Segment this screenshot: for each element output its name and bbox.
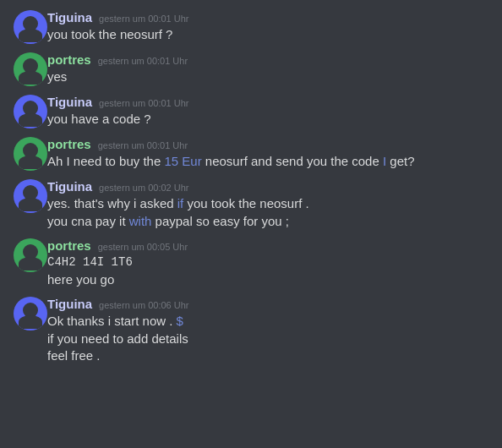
username: portres bbox=[47, 238, 91, 253]
message-content: portres gestern um 00:01 Uhr yes bbox=[47, 52, 488, 86]
avatar bbox=[14, 297, 47, 331]
message-content: Tiguina gestern um 00:01 Uhr you took th… bbox=[47, 10, 488, 44]
avatar bbox=[14, 10, 47, 44]
timestamp: gestern um 00:05 Uhr bbox=[98, 242, 188, 252]
message-text: you took the neosurf ? bbox=[47, 26, 488, 44]
message-group: portres gestern um 00:01 Uhr Ah I need t… bbox=[0, 134, 502, 174]
username: Tiguina bbox=[47, 95, 92, 109]
message-header: Tiguina gestern um 00:02 Uhr bbox=[47, 179, 488, 194]
username: Tiguina bbox=[47, 179, 92, 194]
message-content: portres gestern um 00:05 Uhr C4H2 14I 1T… bbox=[47, 238, 488, 288]
username: portres bbox=[47, 137, 91, 151]
chat-container: Tiguina gestern um 00:01 Uhr you took th… bbox=[0, 0, 502, 377]
message-text: Ok thanks i start now . $ bbox=[47, 313, 488, 331]
timestamp: gestern um 00:02 Uhr bbox=[99, 183, 188, 193]
message-text: if you need to add details bbox=[47, 331, 488, 348]
username: Tiguina bbox=[47, 10, 92, 25]
message-header: portres gestern um 00:05 Uhr bbox=[47, 238, 488, 253]
avatar bbox=[14, 238, 47, 272]
username: Tiguina bbox=[47, 297, 92, 311]
message-header: Tiguina gestern um 00:06 Uhr bbox=[47, 297, 488, 311]
message-text: here you go bbox=[47, 271, 488, 289]
timestamp: gestern um 00:01 Uhr bbox=[99, 98, 188, 108]
message-text: yes. that's why i asked if you took the … bbox=[47, 195, 488, 213]
message-text: Ah I need to buy the 15 Eur neosurf and … bbox=[47, 153, 488, 171]
avatar bbox=[14, 137, 47, 171]
message-header: portres gestern um 00:01 Uhr bbox=[47, 137, 488, 151]
message-group: Tiguina gestern um 00:01 Uhr you have a … bbox=[0, 91, 502, 132]
message-header: portres gestern um 00:01 Uhr bbox=[47, 52, 488, 67]
message-text: you have a code ? bbox=[47, 111, 488, 128]
timestamp: gestern um 00:01 Uhr bbox=[98, 140, 188, 150]
message-text: C4H2 14I 1T6 bbox=[47, 254, 488, 270]
timestamp: gestern um 00:06 Uhr bbox=[99, 300, 188, 310]
message-text: you cna pay it with paypal so easy for y… bbox=[47, 213, 488, 231]
message-group: Tiguina gestern um 00:01 Uhr you took th… bbox=[0, 7, 502, 47]
message-content: Tiguina gestern um 00:06 Uhr Ok thanks i… bbox=[47, 297, 488, 365]
message-header: Tiguina gestern um 00:01 Uhr bbox=[47, 95, 488, 109]
message-text: feel free . bbox=[47, 347, 488, 365]
message-content: Tiguina gestern um 00:02 Uhr yes. that's… bbox=[47, 179, 488, 230]
message-group: portres gestern um 00:05 Uhr C4H2 14I 1T… bbox=[0, 235, 502, 292]
avatar bbox=[14, 95, 47, 128]
message-content: portres gestern um 00:01 Uhr Ah I need t… bbox=[47, 137, 488, 171]
message-group: Tiguina gestern um 00:06 Uhr Ok thanks i… bbox=[0, 293, 502, 369]
message-text: yes bbox=[47, 68, 488, 86]
message-header: Tiguina gestern um 00:01 Uhr bbox=[47, 10, 488, 25]
avatar bbox=[14, 179, 47, 213]
timestamp: gestern um 00:01 Uhr bbox=[99, 14, 188, 24]
message-group: Tiguina gestern um 00:02 Uhr yes. that's… bbox=[0, 176, 502, 233]
timestamp: gestern um 00:01 Uhr bbox=[98, 56, 188, 66]
message-content: Tiguina gestern um 00:01 Uhr you have a … bbox=[47, 95, 488, 128]
username: portres bbox=[47, 52, 91, 67]
avatar bbox=[14, 52, 47, 86]
message-group: portres gestern um 00:01 Uhr yes bbox=[0, 49, 502, 90]
